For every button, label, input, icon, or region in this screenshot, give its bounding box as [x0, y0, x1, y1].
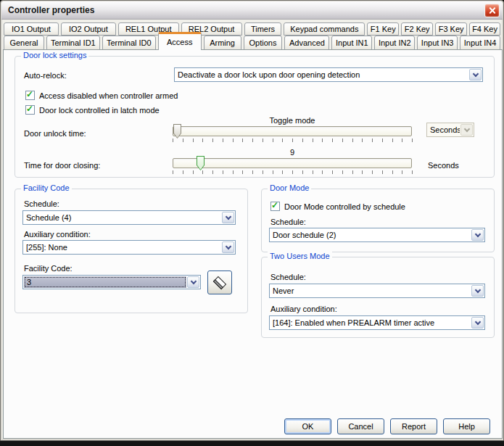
aux-condition-label: Auxiliary condition:: [24, 230, 91, 239]
access-disabled-checkbox[interactable]: ✓ Access disabled when controller armed: [25, 91, 178, 100]
facility-code-label: Facility Code:: [24, 264, 73, 273]
help-button[interactable]: Help: [443, 418, 490, 434]
auto-relock-combo[interactable]: Deactivate a door lock upon door opening…: [174, 67, 483, 82]
facility-code-group: Facility Code Schedule: Schedule (4) Aux…: [15, 189, 248, 313]
door-lock-settings-group: Door lock settings Auto-relock: Deactiva…: [15, 56, 495, 178]
close-icon: [488, 7, 496, 15]
facility-code-value: 3: [24, 276, 186, 288]
chevron-down-icon[interactable]: [187, 276, 199, 288]
aux-condition-label: Auxiliary condition:: [270, 305, 337, 313]
check-icon: ✓: [26, 89, 33, 99]
checkbox-label: Door Mode controlled by schedule: [284, 202, 405, 211]
door-mode-schedule-checkbox[interactable]: ✓ Door Mode controlled by schedule: [270, 202, 405, 211]
chevron-down-icon[interactable]: [471, 285, 484, 297]
door-mode-group: Door Mode ✓ Door Mode controlled by sche…: [261, 189, 495, 252]
tab-terminal-id0[interactable]: Terminal ID0: [102, 36, 156, 50]
facility-schedule-value: Schedule (4): [23, 213, 221, 222]
slider-thumb[interactable]: [173, 124, 181, 139]
facility-aux-combo[interactable]: [255]: None: [22, 240, 236, 255]
checkbox-box[interactable]: ✓: [270, 202, 280, 211]
facility-aux-value: [255]: None: [23, 243, 221, 252]
facility-schedule-combo[interactable]: Schedule (4): [22, 210, 236, 225]
tab-input-in2[interactable]: Input IN2: [374, 36, 415, 50]
tab-io1-output[interactable]: IO1 Output: [4, 22, 59, 36]
tab-arming[interactable]: Arming: [204, 36, 241, 50]
checkbox-label: Door lock controlled in latch mode: [39, 106, 160, 115]
tab-io2-output[interactable]: IO2 Output: [61, 22, 116, 36]
closing-time-value: 9: [173, 148, 412, 157]
cancel-button[interactable]: Cancel: [337, 418, 384, 434]
tab-timers[interactable]: Timers: [244, 22, 282, 36]
tab-options[interactable]: Options: [244, 36, 283, 50]
chevron-down-icon[interactable]: [222, 241, 234, 253]
latch-mode-checkbox[interactable]: ✓ Door lock controlled in latch mode: [25, 105, 160, 115]
report-button[interactable]: Report: [390, 418, 437, 434]
close-button[interactable]: [484, 4, 500, 17]
slider-ticks: [173, 170, 413, 174]
tab-row-2: GeneralTerminal ID1Terminal ID0AccessArm…: [4, 36, 500, 50]
two-users-schedule-combo[interactable]: Never: [269, 284, 485, 298]
group-title: Door Mode: [268, 183, 311, 192]
slider-ticks: [173, 139, 413, 142]
controller-properties-window: Controller properties IO1 OutputIO2 Outp…: [0, 0, 504, 441]
two-users-aux-combo[interactable]: [164]: Enabled when PREALARM timer activ…: [269, 315, 485, 330]
door-mode-schedule-value: Door schedule (2): [270, 231, 471, 239]
auto-relock-label: Auto-relock:: [24, 71, 67, 80]
eraser-icon: [211, 274, 228, 292]
tab-f4-key[interactable]: F4 Key: [469, 22, 500, 36]
schedule-label: Schedule:: [270, 273, 306, 281]
closing-units-label: Seconds: [428, 161, 459, 170]
chevron-down-icon[interactable]: [222, 212, 234, 223]
auto-relock-value: Deactivate a door lock upon door opening…: [175, 70, 468, 79]
door-mode-schedule-combo[interactable]: Door schedule (2): [269, 228, 485, 242]
title-bar[interactable]: Controller properties: [1, 1, 503, 20]
chevron-down-icon[interactable]: [471, 229, 484, 241]
facility-code-edit-button[interactable]: [207, 271, 232, 294]
chevron-down-icon[interactable]: [471, 317, 484, 329]
slider-track[interactable]: [173, 126, 412, 136]
check-icon: ✓: [26, 104, 33, 114]
tab-access[interactable]: Access: [158, 32, 202, 50]
unlock-units-combo[interactable]: Seconds: [426, 123, 474, 137]
chevron-down-icon: [460, 124, 473, 136]
tab-advanced[interactable]: Advanced: [284, 36, 329, 50]
group-title: Facility Code: [21, 183, 72, 192]
tab-keypad-commands[interactable]: Keypad commands: [284, 22, 365, 36]
schedule-label: Schedule:: [270, 218, 306, 226]
slider-track[interactable]: [173, 158, 412, 168]
checkbox-box[interactable]: ✓: [25, 91, 35, 100]
tab-terminal-id1[interactable]: Terminal ID1: [46, 36, 100, 50]
chevron-down-icon[interactable]: [469, 69, 482, 80]
schedule-label: Schedule:: [24, 199, 59, 208]
tab-f2-key[interactable]: F2 Key: [401, 22, 433, 36]
tab-row-1: IO1 OutputIO2 OutputREL1 OutputREL2 Outp…: [4, 22, 500, 36]
desktop-edge: [0, 441, 504, 446]
check-icon: ✓: [271, 200, 278, 210]
tab-input-in3[interactable]: Input IN3: [417, 36, 458, 50]
time-for-door-closing-label: Time for door closing:: [24, 161, 100, 170]
unlock-time-value: Toggle mode: [173, 116, 412, 125]
door-unlock-time-label: Door unlock time:: [24, 129, 86, 138]
slider-thumb[interactable]: [197, 156, 205, 170]
tab-input-in1[interactable]: Input IN1: [331, 36, 372, 50]
checkbox-label: Access disabled when controller armed: [39, 91, 178, 100]
two-users-mode-group: Two Users Mode Schedule: Never Auxiliary…: [261, 257, 495, 338]
tab-f1-key[interactable]: F1 Key: [367, 22, 399, 36]
tab-input-in4[interactable]: Input IN4: [460, 36, 500, 50]
two-users-aux-value: [164]: Enabled when PREALARM timer activ…: [270, 318, 471, 327]
group-title: Two Users Mode: [268, 252, 332, 260]
checkbox-box[interactable]: ✓: [25, 105, 35, 115]
two-users-schedule-value: Never: [270, 286, 471, 295]
access-tab-page: Door lock settings Auto-relock: Deactiva…: [3, 49, 503, 439]
ok-button[interactable]: OK: [284, 418, 331, 434]
group-title: Door lock settings: [21, 51, 88, 59]
tab-general[interactable]: General: [4, 36, 44, 50]
facility-code-combo[interactable]: 3: [22, 275, 201, 289]
unlock-units-value: Seconds: [427, 125, 460, 134]
time-for-door-closing-slider[interactable]: [173, 158, 412, 174]
door-unlock-time-slider[interactable]: [173, 126, 412, 142]
window-title: Controller properties: [8, 5, 94, 15]
tab-f3-key[interactable]: F3 Key: [435, 22, 467, 36]
